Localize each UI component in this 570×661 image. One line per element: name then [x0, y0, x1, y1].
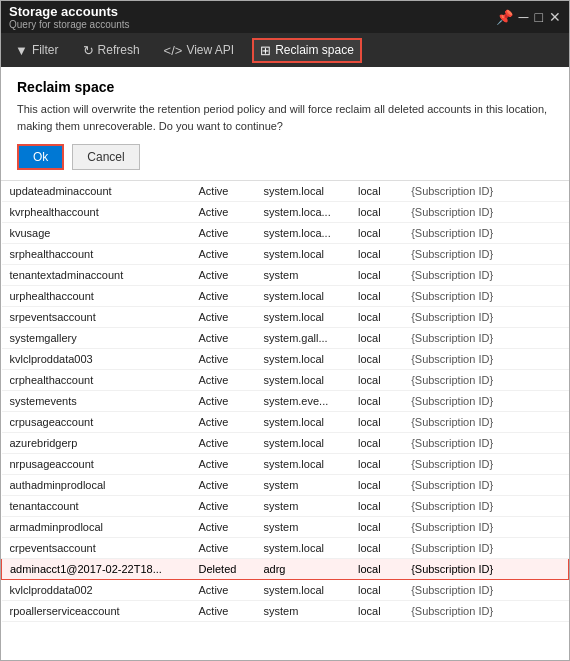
cell-name: srpeventsaccount — [2, 307, 191, 328]
cell-domain: system — [255, 496, 350, 517]
table-row[interactable]: urphealthaccountActivesystem.locallocal{… — [2, 286, 569, 307]
refresh-label: Refresh — [98, 43, 140, 57]
dialog-message: This action will overwrite the retention… — [17, 101, 553, 134]
cell-name: armadminprodlocal — [2, 517, 191, 538]
cell-scope: local — [350, 391, 403, 412]
table-row[interactable]: crphealthaccountActivesystem.locallocal{… — [2, 370, 569, 391]
cell-domain: system — [255, 601, 350, 622]
cell-scope: local — [350, 265, 403, 286]
cancel-button[interactable]: Cancel — [72, 144, 139, 170]
cell-subscription: {Subscription ID} — [403, 244, 568, 265]
cell-scope: local — [350, 517, 403, 538]
refresh-button[interactable]: ↻ Refresh — [77, 40, 146, 61]
table-row[interactable]: systemgalleryActivesystem.gall...local{S… — [2, 328, 569, 349]
cell-name: tenantextadminaccount — [2, 265, 191, 286]
cell-subscription: {Subscription ID} — [403, 286, 568, 307]
cell-subscription: {Subscription ID} — [403, 223, 568, 244]
cell-name: srphealthaccount — [2, 244, 191, 265]
table-row[interactable]: armadminprodlocalActivesystemlocal{Subsc… — [2, 517, 569, 538]
window-title: Storage accounts — [9, 4, 130, 19]
table-row[interactable]: kvlclproddata003Activesystem.locallocal{… — [2, 349, 569, 370]
cell-domain: system.loca... — [255, 202, 350, 223]
cell-subscription: {Subscription ID} — [403, 601, 568, 622]
table-row[interactable]: kvusageActivesystem.loca...local{Subscri… — [2, 223, 569, 244]
cell-subscription: {Subscription ID} — [403, 307, 568, 328]
cell-name: kvrphealthaccount — [2, 202, 191, 223]
close-icon[interactable]: ✕ — [549, 9, 561, 25]
cell-status: Active — [191, 496, 256, 517]
table-row[interactable]: tenantaccountActivesystemlocal{Subscript… — [2, 496, 569, 517]
minimize-icon[interactable]: ─ — [519, 9, 529, 25]
table-row[interactable]: srpeventsaccountActivesystem.locallocal{… — [2, 307, 569, 328]
dialog-buttons: Ok Cancel — [17, 144, 553, 170]
table-row[interactable]: crpusageaccountActivesystem.locallocal{S… — [2, 412, 569, 433]
cell-status: Active — [191, 223, 256, 244]
table-row[interactable]: adminacct1@2017-02-22T18...Deletedadrglo… — [2, 559, 569, 580]
cell-scope: local — [350, 244, 403, 265]
cell-status: Active — [191, 244, 256, 265]
table-row[interactable]: crpeventsaccountActivesystem.locallocal{… — [2, 538, 569, 559]
cell-scope: local — [350, 601, 403, 622]
cell-scope: local — [350, 433, 403, 454]
cell-name: crpeventsaccount — [2, 538, 191, 559]
ok-button[interactable]: Ok — [17, 144, 64, 170]
maximize-icon[interactable]: □ — [535, 9, 543, 25]
cell-subscription: {Subscription ID} — [403, 559, 568, 580]
table-row[interactable]: srphealthaccountActivesystem.locallocal{… — [2, 244, 569, 265]
cell-status: Active — [191, 538, 256, 559]
cell-status: Active — [191, 391, 256, 412]
cell-subscription: {Subscription ID} — [403, 391, 568, 412]
view-api-button[interactable]: </> View API — [158, 40, 241, 61]
table-row[interactable]: authadminprodlocalActivesystemlocal{Subs… — [2, 475, 569, 496]
cell-subscription: {Subscription ID} — [403, 349, 568, 370]
refresh-icon: ↻ — [83, 43, 94, 58]
cell-domain: system.local — [255, 349, 350, 370]
table-row[interactable]: systemeventsActivesystem.eve...local{Sub… — [2, 391, 569, 412]
table-row[interactable]: nrpusageaccountActivesystem.locallocal{S… — [2, 454, 569, 475]
cell-domain: system.local — [255, 307, 350, 328]
view-api-label: View API — [186, 43, 234, 57]
cell-domain: system.local — [255, 286, 350, 307]
title-bar: Storage accounts Query for storage accou… — [1, 1, 569, 33]
title-bar-left: Storage accounts Query for storage accou… — [9, 4, 130, 30]
table-row[interactable]: updateadminaccountActivesystem.localloca… — [2, 181, 569, 202]
filter-button[interactable]: ▼ Filter — [9, 40, 65, 61]
cell-name: crpusageaccount — [2, 412, 191, 433]
cell-scope: local — [350, 328, 403, 349]
cell-status: Active — [191, 580, 256, 601]
cell-domain: system.local — [255, 370, 350, 391]
pin-icon[interactable]: 📌 — [496, 9, 513, 25]
cell-subscription: {Subscription ID} — [403, 580, 568, 601]
cell-domain: system — [255, 265, 350, 286]
table-row[interactable]: tenantextadminaccountActivesystemlocal{S… — [2, 265, 569, 286]
cell-scope: local — [350, 349, 403, 370]
cell-name: systemgallery — [2, 328, 191, 349]
cell-domain: system.local — [255, 244, 350, 265]
cell-status: Active — [191, 475, 256, 496]
cell-status: Active — [191, 454, 256, 475]
cell-name: authadminprodlocal — [2, 475, 191, 496]
table-row[interactable]: rpoallerserviceaccountActivesystemlocal{… — [2, 601, 569, 622]
cell-status: Active — [191, 601, 256, 622]
filter-icon: ▼ — [15, 43, 28, 58]
cell-subscription: {Subscription ID} — [403, 328, 568, 349]
cell-scope: local — [350, 454, 403, 475]
cell-status: Active — [191, 412, 256, 433]
cell-status: Active — [191, 181, 256, 202]
cell-name: crphealthaccount — [2, 370, 191, 391]
cell-domain: system.local — [255, 181, 350, 202]
table-container[interactable]: updateadminaccountActivesystem.localloca… — [1, 181, 569, 660]
table-row[interactable]: azurebridgerpActivesystem.locallocal{Sub… — [2, 433, 569, 454]
table-row[interactable]: kvrphealthaccountActivesystem.loca...loc… — [2, 202, 569, 223]
main-window: Storage accounts Query for storage accou… — [0, 0, 570, 661]
main-content: Reclaim space This action will overwrite… — [1, 67, 569, 660]
cell-domain: system.loca... — [255, 223, 350, 244]
cell-subscription: {Subscription ID} — [403, 202, 568, 223]
cell-subscription: {Subscription ID} — [403, 475, 568, 496]
cell-scope: local — [350, 307, 403, 328]
cell-name: rpoallerserviceaccount — [2, 601, 191, 622]
reclaim-space-button[interactable]: ⊞ Reclaim space — [252, 38, 362, 63]
filter-label: Filter — [32, 43, 59, 57]
reclaim-icon: ⊞ — [260, 43, 271, 58]
table-row[interactable]: kvlclproddata002Activesystem.locallocal{… — [2, 580, 569, 601]
